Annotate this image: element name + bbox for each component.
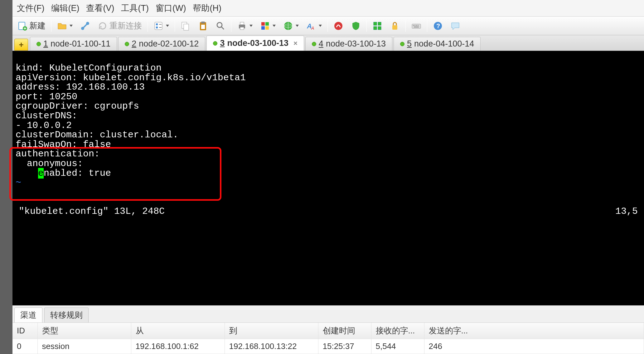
tab-index: 2 — [132, 39, 136, 49]
keyboard-button[interactable] — [409, 20, 423, 32]
color-blocks-button[interactable] — [258, 20, 278, 32]
shield-icon — [351, 21, 361, 31]
svg-rect-18 — [265, 22, 269, 26]
lock-icon — [390, 21, 400, 31]
svg-rect-30 — [392, 25, 397, 30]
status-dot-icon — [213, 41, 217, 46]
new-label: 新建 — [29, 20, 46, 31]
menu-edit[interactable]: 编辑(E) — [51, 2, 79, 14]
globe-button[interactable] — [281, 20, 301, 32]
svg-rect-16 — [240, 27, 244, 30]
terminal[interactable]: kind: KubeletConfiguration apiVersion: k… — [12, 51, 644, 305]
tab-3[interactable]: 3 node-03-100-13 × — [206, 36, 304, 51]
tab-index: 5 — [407, 39, 412, 49]
tab-label: node-03-100-13 — [227, 38, 288, 48]
svg-rect-26 — [374, 22, 377, 25]
print-button[interactable] — [235, 20, 254, 32]
bottom-tabs: 渠道 转移规则 — [12, 306, 644, 323]
svg-rect-7 — [156, 27, 158, 28]
svg-point-13 — [217, 22, 222, 27]
tab-5[interactable]: 5 node-04-100-14 — [394, 37, 481, 51]
new-button[interactable]: 新建 — [16, 19, 47, 32]
col-created[interactable]: 创建时间 — [318, 323, 371, 339]
svg-point-4 — [86, 22, 89, 25]
col-to[interactable]: 到 — [225, 323, 318, 339]
chevron-down-icon — [296, 25, 299, 27]
separator — [51, 20, 51, 32]
table-row[interactable]: 0 session 192.168.100.1:62 192.168.100.1… — [12, 339, 644, 354]
shield-button[interactable] — [349, 20, 363, 32]
svg-point-25 — [334, 22, 342, 30]
app-window: node-03-100-13 - Xshell 4 文件(F) 编辑(E) 查看… — [12, 0, 644, 354]
properties-button[interactable] — [152, 20, 171, 32]
menu-help[interactable]: 帮助(H) — [193, 2, 221, 14]
lock-button[interactable] — [388, 20, 402, 32]
tab-2[interactable]: 2 node-02-100-12 — [118, 37, 205, 51]
svg-rect-31 — [412, 24, 421, 28]
cell-recv: 5,544 — [371, 339, 424, 354]
svg-rect-36 — [414, 27, 419, 27]
chevron-down-icon — [319, 25, 322, 27]
status-dot-icon — [125, 42, 129, 46]
printer-icon — [237, 21, 247, 31]
menu-view[interactable]: 查看(V) — [86, 2, 114, 14]
xshell-button[interactable] — [332, 20, 345, 32]
chevron-down-icon — [166, 25, 169, 27]
tab-label: node-04-100-14 — [414, 39, 474, 49]
col-recv[interactable]: 接收的字... — [371, 323, 424, 339]
close-icon[interactable]: × — [293, 39, 298, 47]
menu-tools[interactable]: 工具(T) — [121, 2, 148, 14]
tab-index: 4 — [319, 39, 323, 49]
status-dot-icon — [36, 42, 41, 46]
svg-rect-34 — [416, 25, 417, 26]
bottom-tab-forward[interactable]: 转移规则 — [44, 307, 89, 322]
tile-button[interactable] — [370, 20, 384, 32]
help-button[interactable]: ? — [431, 20, 445, 32]
copy-button[interactable] — [179, 20, 192, 32]
tab-4[interactable]: 4 node-03-100-13 — [305, 37, 392, 51]
col-type[interactable]: 类型 — [37, 323, 131, 339]
keyboard-icon — [411, 21, 421, 31]
color-blocks-icon — [260, 21, 270, 31]
svg-text:A: A — [311, 26, 314, 31]
svg-point-3 — [81, 27, 84, 30]
open-button[interactable] — [55, 20, 75, 32]
paste-button[interactable] — [196, 20, 210, 32]
menubar: 文件(F) 编辑(E) 查看(V) 工具(T) 窗口(W) 帮助(H) — [12, 0, 644, 17]
menu-window[interactable]: 窗口(W) — [156, 2, 186, 14]
separator — [148, 20, 148, 32]
svg-rect-12 — [201, 25, 205, 29]
help-icon: ? — [433, 21, 443, 31]
reconnect-button[interactable]: 重新连接 — [96, 19, 144, 32]
separator — [327, 20, 328, 32]
menu-file[interactable]: 文件(F) — [17, 2, 44, 14]
plug-icon — [80, 21, 90, 31]
tab-1[interactable]: 1 node-01-100-11 — [30, 37, 117, 51]
col-id[interactable]: ID — [12, 323, 37, 339]
reconnect-label: 重新连接 — [109, 20, 142, 31]
cell-from: 192.168.100.1:62 — [131, 339, 225, 354]
search-icon — [215, 21, 225, 31]
svg-rect-28 — [374, 27, 377, 30]
tab-label: node-03-100-13 — [326, 39, 386, 49]
svg-text:?: ? — [436, 22, 440, 29]
chat-button[interactable] — [448, 20, 462, 32]
tab-add-button[interactable]: + — [14, 39, 28, 51]
find-button[interactable] — [214, 20, 227, 32]
svg-rect-19 — [261, 26, 265, 30]
svg-rect-9 — [184, 24, 189, 30]
bottom-tab-channel[interactable]: 渠道 — [14, 307, 42, 322]
disconnect-button[interactable] — [78, 20, 92, 32]
svg-rect-32 — [413, 25, 414, 26]
col-sent[interactable]: 发送的字... — [424, 323, 644, 339]
font-icon: AA — [306, 21, 316, 31]
cell-id: 0 — [12, 339, 37, 354]
window-left-strip — [0, 0, 12, 354]
font-button[interactable]: AA — [304, 20, 324, 32]
svg-rect-27 — [378, 22, 381, 25]
terminal-content: kind: KubeletConfiguration apiVersion: k… — [16, 63, 641, 216]
chevron-down-icon — [249, 25, 253, 27]
chevron-down-icon — [70, 25, 73, 27]
col-from[interactable]: 从 — [131, 323, 225, 339]
separator — [175, 20, 175, 32]
